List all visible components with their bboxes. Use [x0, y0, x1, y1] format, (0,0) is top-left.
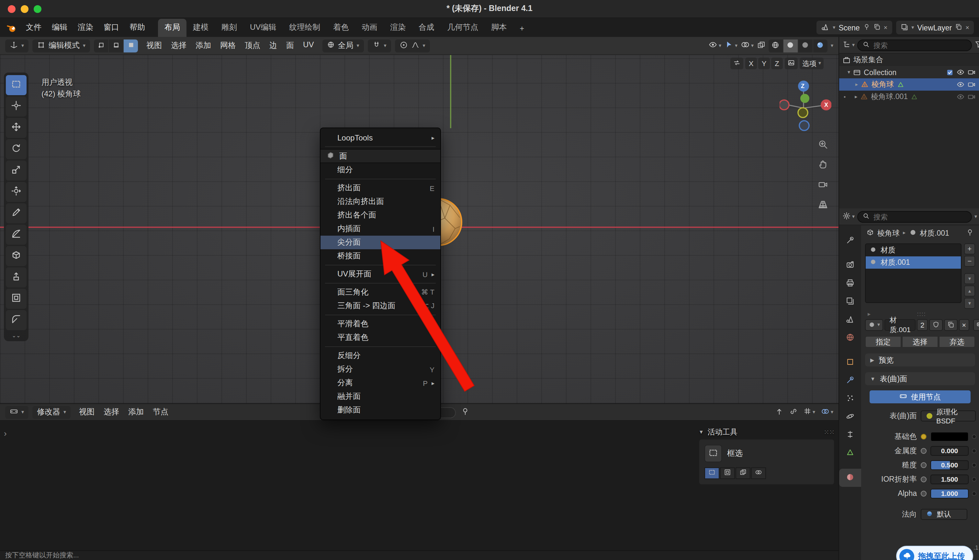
unlink-icon[interactable]: × [884, 24, 888, 31]
node-editor-menu-1[interactable]: 选择 [99, 407, 123, 418]
expand-arrow-icon[interactable]: ▾ [847, 70, 850, 75]
gizmo-z-label[interactable]: Z [801, 83, 804, 89]
pin-icon[interactable] [461, 407, 469, 418]
xray-toggle[interactable] [757, 40, 766, 51]
breadcrumb-material[interactable]: 材质.001 [920, 228, 949, 238]
mode-selector[interactable]: 编辑模式 ▾ [32, 39, 90, 52]
menu-item-23[interactable]: 融并面 [320, 390, 440, 403]
outliner-row-collection[interactable]: ▾ Collection [839, 66, 979, 78]
menu-item-17[interactable]: 平滑着色 [320, 317, 440, 331]
edge-select-button[interactable] [109, 39, 123, 52]
properties-tab-output[interactable] [839, 275, 861, 293]
camera-icon[interactable] [967, 93, 976, 101]
tool-transform[interactable] [6, 182, 27, 202]
properties-tab-physics[interactable] [839, 408, 861, 426]
remove-icon[interactable]: × [966, 24, 969, 31]
expand-arrow-icon[interactable]: ▸ [867, 311, 871, 317]
chevron-down-icon[interactable]: ▾ [974, 214, 977, 219]
workspace-tab-5[interactable]: 着色 [327, 19, 355, 37]
node-editor-menu-3[interactable]: 节点 [148, 407, 173, 418]
shading-material-button[interactable] [798, 39, 812, 52]
overlays-dropdown[interactable]: ▾ [741, 40, 754, 51]
workspace-tab-8[interactable]: 合成 [412, 19, 440, 37]
menu-item-22[interactable]: 分离P▸ [320, 376, 440, 390]
shading-wireframe-button[interactable] [769, 39, 783, 52]
outliner-row-scene-collection[interactable]: 场景集合 [839, 54, 979, 66]
checkbox-icon[interactable] [946, 68, 954, 76]
snap-dropdown[interactable]: ▾ [804, 407, 815, 417]
expand-arrow-icon[interactable]: ▸ [856, 82, 858, 87]
camera-icon[interactable] [967, 80, 976, 89]
value-slider[interactable]: 0.000 [931, 446, 969, 455]
tool-move[interactable] [6, 118, 27, 138]
slot-action-0[interactable]: 指定 [865, 336, 901, 348]
mirror-axis-x-button[interactable]: X [745, 58, 757, 69]
menu-item-15[interactable]: 三角面 -> 四边面⌥ J [320, 299, 440, 313]
tool-measure[interactable] [6, 225, 27, 245]
snap-toggle[interactable]: ▾ [367, 39, 391, 52]
face-select-button[interactable] [123, 39, 138, 52]
vertex-select-button[interactable] [94, 39, 108, 52]
viewport-menu-4[interactable]: 顶点 [240, 40, 265, 51]
workspace-tab-0[interactable]: 布局 [158, 19, 187, 37]
transform-orientation-selector[interactable]: 全局 ▾ [322, 39, 364, 52]
shader-selector-button[interactable]: 原理化BSDF [921, 410, 976, 421]
viewport-menu-7[interactable]: UV [299, 40, 318, 51]
browse-material-button[interactable]: ▾ [865, 319, 883, 331]
pan-hand-icon[interactable] [814, 156, 831, 173]
value-slider[interactable]: 0.500 [931, 460, 969, 470]
properties-search[interactable] [857, 211, 972, 222]
material-slot-0[interactable]: 材质 [866, 244, 961, 257]
properties-tab-material[interactable] [839, 469, 861, 487]
mirror-icon[interactable] [730, 58, 743, 69]
slot-action-1[interactable]: 选择 [902, 336, 938, 348]
base-color-swatch[interactable] [931, 432, 969, 441]
copy-material-button[interactable] [944, 319, 957, 331]
sidebar-expand-arrow[interactable]: › [4, 428, 7, 438]
node-editor-canvas[interactable]: › ▼ 活动工具 ⁙⁙ 框选 [0, 421, 839, 550]
surface-panel-header[interactable]: ▼ 表(曲)面 [865, 372, 975, 385]
overlays-dropdown[interactable]: ▾ [821, 407, 833, 417]
scene-selector[interactable]: ▾ Scene × [817, 21, 892, 34]
copy-icon[interactable] [955, 23, 962, 32]
tool-extrude[interactable] [6, 267, 27, 287]
pin-icon[interactable] [863, 23, 870, 32]
expand-arrow-icon[interactable]: ▸ [855, 94, 857, 99]
animate-decorator[interactable] [972, 435, 976, 438]
viewport-menu-6[interactable]: 面 [282, 40, 299, 51]
material-name-field[interactable]: 材质.001 [884, 319, 916, 331]
menu-item-10[interactable]: 桥接面 [320, 249, 440, 263]
camera-icon[interactable] [967, 68, 976, 77]
menu-item-6[interactable]: 沿法向挤出面 [320, 195, 440, 208]
move-slot-down-button[interactable]: ▾ [964, 298, 975, 309]
node-tree-type-selector[interactable]: 修改器 ▾ [32, 406, 70, 418]
outliner-row-icosphere-001[interactable]: • ▸ 棱角球.001 [839, 91, 979, 103]
outliner-search[interactable] [857, 39, 972, 51]
topbar-menu-1[interactable]: 编辑 [47, 20, 73, 35]
editor-type-selector[interactable]: ▾ [5, 39, 28, 52]
tool-inset[interactable] [6, 289, 27, 309]
options-dropdown[interactable]: 选项 ▾ [800, 58, 824, 69]
fake-user-button[interactable] [929, 319, 942, 331]
visibility-dropdown[interactable]: ▾ [708, 40, 721, 51]
topbar-menu-2[interactable]: 渲染 [73, 20, 98, 35]
gizmo-x-label[interactable]: X [824, 102, 828, 108]
workspace-tab-10[interactable]: 脚本 [485, 19, 513, 37]
navigation-gizmo[interactable] [780, 80, 831, 132]
workspace-tab-4[interactable]: 纹理绘制 [283, 19, 327, 37]
menu-item-24[interactable]: 删除面 [320, 403, 440, 417]
camera-view-icon[interactable] [814, 176, 831, 193]
properties-tab-modifiers[interactable] [839, 372, 861, 390]
snap-target-icon[interactable] [785, 58, 798, 69]
viewlayer-selector[interactable]: ▾ ViewLayer × [896, 21, 974, 34]
menu-item-8[interactable]: 内插面I [320, 222, 440, 236]
properties-tab-scene[interactable] [839, 311, 861, 329]
topbar-menu-0[interactable]: 文件 [21, 20, 47, 35]
viewport-menu-1[interactable]: 选择 [167, 40, 191, 51]
viewport-menu-2[interactable]: 添加 [191, 40, 216, 51]
select-intersect-button[interactable] [751, 467, 766, 479]
menu-item-14[interactable]: 面三角化⌘ T [320, 285, 440, 299]
editor-type-selector[interactable]: ▾ [842, 40, 855, 50]
animate-decorator[interactable] [972, 449, 976, 452]
animate-decorator[interactable] [972, 463, 976, 467]
